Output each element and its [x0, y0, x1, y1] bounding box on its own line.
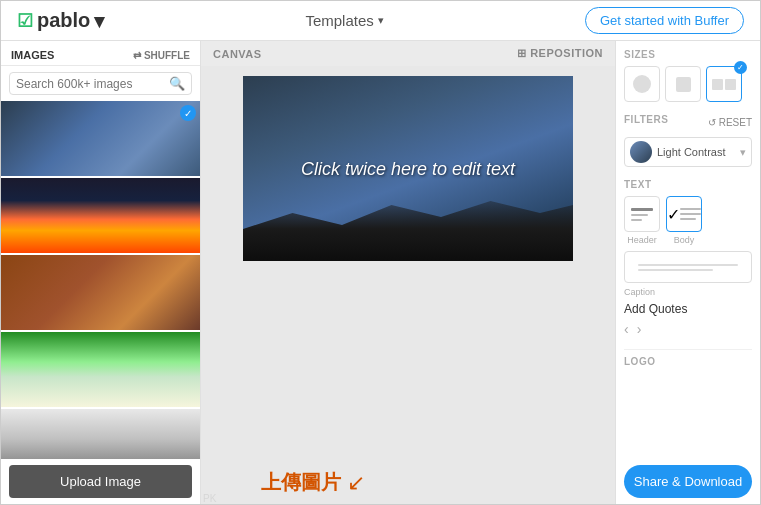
text-prev-button[interactable]: ‹: [624, 321, 629, 337]
sizes-title: SIZES: [624, 49, 752, 60]
filter-select[interactable]: Light Contrast ▾: [624, 137, 752, 167]
canvas-label: CANVAS: [213, 48, 262, 60]
caption-section: Caption Add Quotes ‹ ›: [624, 251, 752, 337]
get-started-button[interactable]: Get started with Buffer: [585, 7, 744, 34]
filter-thumbnail: [630, 141, 652, 163]
image-thumb-5[interactable]: [1, 409, 200, 459]
active-check-icon: ✓: [734, 61, 747, 74]
images-grid: ✓ ▾: [1, 101, 200, 459]
size-wide-button[interactable]: ✓: [706, 66, 742, 102]
logo-section: LOGO: [624, 349, 752, 373]
text-body-label: Body: [674, 235, 695, 245]
text-body-option[interactable]: ✓ Body: [666, 196, 702, 245]
circle-icon: [633, 75, 651, 93]
image-thumb-3[interactable]: [1, 255, 200, 330]
text-header-label: Header: [627, 235, 657, 245]
logo[interactable]: ☑ pablo ▾: [17, 9, 104, 33]
size-square-button[interactable]: [665, 66, 701, 102]
canvas-toolbar: CANVAS ⊞ REPOSITION: [201, 41, 615, 66]
sizes-row: ✓: [624, 66, 752, 102]
logo-chevron-icon: ▾: [94, 9, 104, 33]
right-panel: SIZES ✓ FILTERS: [615, 41, 760, 505]
caption-value: Add Quotes: [624, 302, 687, 316]
canvas-area: CANVAS ⊞ REPOSITION Click twice here to …: [201, 41, 615, 505]
main-layout: IMAGES ⇄ SHUFFLE 🔍 ✓ ▾ Upload Image CANV…: [1, 41, 760, 505]
image-thumb-4[interactable]: [1, 332, 200, 407]
logo-icon: ☑: [17, 10, 33, 32]
text-nav: ‹ ›: [624, 321, 752, 337]
share-download-button[interactable]: Share & Download: [624, 465, 752, 498]
image-thumb-1[interactable]: ✓: [1, 101, 200, 176]
pk-watermark: PK: [203, 493, 216, 504]
search-bar[interactable]: 🔍: [9, 72, 192, 95]
cliff-decoration: [243, 181, 573, 261]
filters-section: FILTERS ↺ RESET Light Contrast ▾: [624, 114, 752, 167]
caption-box[interactable]: [624, 251, 752, 283]
upload-image-button[interactable]: Upload Image: [9, 465, 192, 498]
filter-label: Light Contrast: [657, 146, 735, 158]
annotation-text: 上傳圖片: [261, 469, 341, 496]
search-input[interactable]: [16, 77, 165, 91]
templates-chevron-icon: ▾: [378, 14, 384, 27]
left-sidebar: IMAGES ⇄ SHUFFLE 🔍 ✓ ▾ Upload Image: [1, 41, 201, 505]
logo-text: pablo: [37, 9, 90, 32]
size-circle-button[interactable]: [624, 66, 660, 102]
caption-label: Caption: [624, 287, 752, 297]
nav-right: Get started with Buffer: [585, 7, 744, 34]
templates-label: Templates: [305, 12, 373, 29]
edit-text-prompt[interactable]: Click twice here to edit text: [301, 158, 515, 179]
text-header-option[interactable]: Header: [624, 196, 660, 245]
text-body-box[interactable]: ✓: [666, 196, 702, 232]
square-icon: [676, 77, 691, 92]
selected-badge: ✓: [180, 105, 196, 121]
sizes-section: SIZES ✓: [624, 49, 752, 102]
reposition-button[interactable]: ⊞ REPOSITION: [517, 47, 603, 60]
tab-shuffle[interactable]: ⇄ SHUFFLE: [133, 50, 190, 61]
text-next-button[interactable]: ›: [637, 321, 642, 337]
filters-title: FILTERS: [624, 114, 668, 125]
image-thumb-2[interactable]: [1, 178, 200, 253]
text-section: TEXT Header ✓: [624, 179, 752, 337]
upload-annotation: 上傳圖片 ↙: [261, 469, 365, 496]
text-options: Header ✓ Body: [624, 196, 752, 245]
filter-chevron-icon: ▾: [740, 146, 746, 159]
filters-header: FILTERS ↺ RESET: [624, 114, 752, 131]
sidebar-tabs: IMAGES ⇄ SHUFFLE: [1, 41, 200, 66]
top-nav: ☑ pablo ▾ Templates ▾ Get started with B…: [1, 1, 760, 41]
templates-menu[interactable]: Templates ▾: [305, 12, 383, 29]
text-header-box[interactable]: [624, 196, 660, 232]
search-icon: 🔍: [169, 76, 185, 91]
body-check-icon: ✓: [667, 205, 680, 224]
annotation-arrow-icon: ↙: [347, 470, 365, 496]
canvas-content: Click twice here to edit text: [201, 66, 615, 505]
canvas-image-frame[interactable]: Click twice here to edit text: [243, 76, 573, 261]
logo-title: LOGO: [624, 356, 752, 367]
tab-images[interactable]: IMAGES: [11, 49, 54, 61]
reset-button[interactable]: ↺ RESET: [708, 117, 752, 128]
text-title: TEXT: [624, 179, 752, 190]
